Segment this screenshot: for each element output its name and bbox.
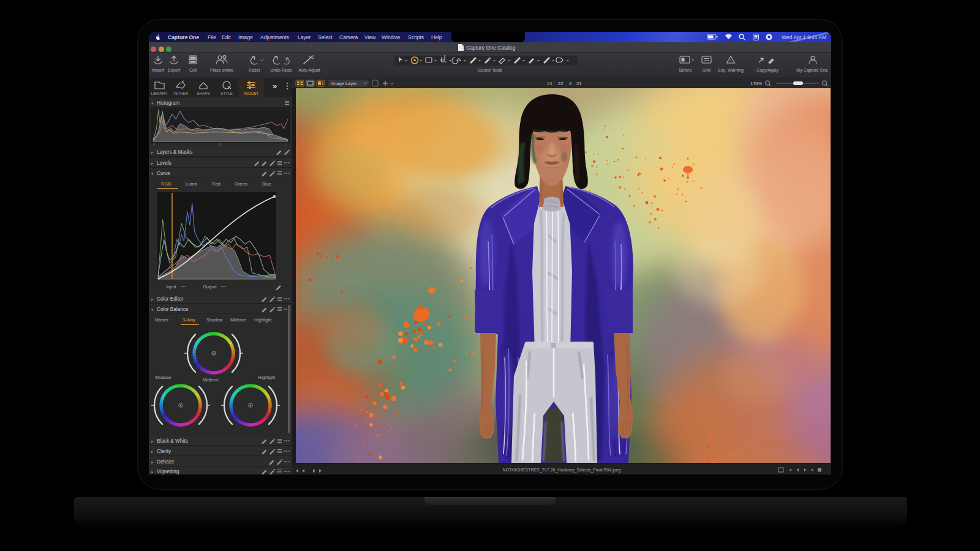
svg-text:Before: Before [679, 68, 692, 72]
svg-text:NOTHIGHESTRES_TI.7.26_Hockney_: NOTHIGHESTRES_TI.7.26_Hockney_Selects_Fi… [503, 468, 621, 473]
svg-text:Midtone: Midtone [203, 377, 219, 383]
svg-text:Master: Master [155, 317, 169, 323]
svg-text:ADJUST: ADJUST [244, 91, 259, 96]
svg-text:Export: Export [168, 68, 180, 73]
svg-text:Import: Import [152, 68, 164, 73]
svg-text:Grid: Grid [702, 68, 710, 72]
svg-text:3-Way: 3-Way [183, 317, 195, 323]
svg-text:0.5: 0.5 [218, 143, 222, 146]
svg-text:Exp. Warning: Exp. Warning [718, 68, 744, 73]
svg-text:Dehaze: Dehaze [157, 459, 175, 465]
svg-text:STYLE: STYLE [221, 91, 233, 96]
svg-text:Cull: Cull [189, 68, 197, 72]
svg-text:Output: Output [203, 284, 217, 290]
svg-text:Cursor Tools: Cursor Tools [478, 68, 502, 72]
svg-text:Undo Redo: Undo Redo [270, 68, 292, 72]
svg-text:Vignetting: Vignetting [157, 469, 179, 474]
svg-text:SHAPE: SHAPE [197, 91, 209, 96]
svg-text:Highlight: Highlight [258, 375, 275, 380]
svg-text:Color Balance: Color Balance [157, 307, 189, 312]
svg-text:Curve: Curve [157, 171, 170, 176]
svg-text:Color Editor: Color Editor [157, 296, 184, 302]
svg-text:Luma: Luma [186, 181, 198, 187]
svg-text:21: 21 [576, 81, 581, 86]
svg-text:Highlight: Highlight [254, 317, 271, 323]
svg-text:Levels: Levels [157, 160, 172, 166]
svg-text:Green: Green [235, 181, 247, 187]
svg-text:»: » [273, 81, 277, 91]
svg-text:TETHER: TETHER [173, 91, 189, 96]
svg-text:Layers & Masks: Layers & Masks [157, 149, 192, 155]
svg-text:Input: Input [166, 284, 177, 290]
svg-text:176%: 176% [750, 81, 763, 86]
svg-text:24: 24 [547, 81, 552, 86]
svg-text:!: ! [730, 58, 731, 62]
svg-text:RGB: RGB [161, 181, 171, 187]
svg-text:Image Layer: Image Layer [331, 81, 357, 86]
svg-text:Copy/Apply: Copy/Apply [756, 68, 778, 73]
svg-text:LIBRARY: LIBRARY [151, 91, 168, 96]
svg-text:Place online: Place online [210, 68, 233, 72]
svg-text:22: 22 [558, 81, 563, 86]
svg-text:Reset: Reset [249, 68, 260, 72]
svg-text:4: 4 [569, 81, 571, 86]
svg-text:Clarity: Clarity [157, 449, 172, 454]
svg-text:My Capture One: My Capture One [796, 68, 827, 73]
svg-text:Red: Red [212, 181, 221, 187]
svg-text:Black & White: Black & White [157, 438, 188, 444]
svg-text:Shadow: Shadow [206, 317, 223, 323]
svg-text:Auto Adjust: Auto Adjust [298, 68, 320, 73]
svg-text:Blue: Blue [262, 181, 271, 187]
svg-text:Shadow: Shadow [155, 375, 172, 380]
svg-text:Midtone: Midtone [230, 317, 246, 323]
svg-text:Histogram: Histogram [157, 100, 179, 106]
